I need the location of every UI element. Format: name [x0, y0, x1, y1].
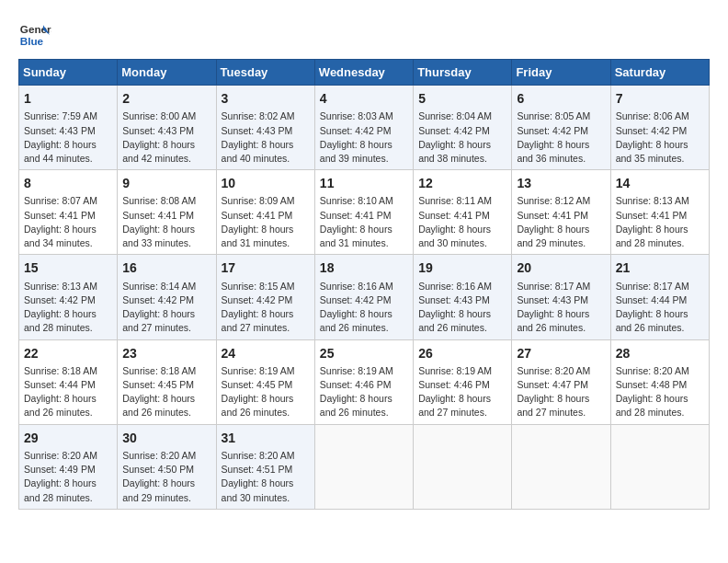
sunset-label: Sunset: 4:42 PM [418, 125, 490, 136]
day-number: 14 [616, 174, 704, 192]
daylight-label: Daylight: 8 hours and 26 minutes. [320, 308, 392, 333]
sunrise-label: Sunrise: 8:13 AM [24, 281, 97, 292]
sunset-label: Sunset: 4:42 PM [616, 125, 688, 136]
sunrise-label: Sunrise: 8:07 AM [24, 195, 97, 206]
day-number: 17 [222, 259, 310, 277]
calendar-cell: 12Sunrise: 8:11 AMSunset: 4:41 PMDayligh… [414, 170, 512, 255]
daylight-label: Daylight: 8 hours and 26 minutes. [418, 308, 491, 333]
sunrise-label: Sunrise: 8:02 AM [222, 110, 295, 121]
sunrise-label: Sunrise: 8:18 AM [24, 365, 97, 376]
day-number: 25 [320, 344, 408, 362]
calendar-cell: 31Sunrise: 8:20 AMSunset: 4:51 PMDayligh… [216, 424, 314, 509]
sunrise-label: Sunrise: 8:10 AM [320, 195, 393, 206]
daylight-label: Daylight: 8 hours and 28 minutes. [24, 308, 97, 333]
day-number: 1 [24, 89, 112, 108]
daylight-label: Daylight: 8 hours and 26 minutes. [616, 308, 688, 333]
day-number: 5 [418, 89, 506, 108]
day-number: 2 [122, 89, 210, 108]
sunset-label: Sunset: 4:48 PM [616, 379, 688, 390]
calendar-cell: 20Sunrise: 8:17 AMSunset: 4:43 PMDayligh… [512, 255, 610, 339]
calendar-cell: 6Sunrise: 8:05 AMSunset: 4:42 PMDaylight… [512, 86, 610, 170]
sunset-label: Sunset: 4:41 PM [320, 210, 392, 221]
calendar-cell: 1Sunrise: 7:59 AMSunset: 4:43 PMDaylight… [19, 86, 118, 170]
day-number: 27 [517, 344, 605, 362]
sunset-label: Sunset: 4:42 PM [222, 294, 293, 305]
day-number: 4 [320, 89, 408, 108]
calendar-cell: 16Sunrise: 8:14 AMSunset: 4:42 PMDayligh… [118, 255, 216, 339]
sunrise-label: Sunrise: 8:16 AM [320, 281, 393, 292]
sunset-label: Sunset: 4:45 PM [122, 379, 194, 390]
day-number: 30 [122, 429, 210, 447]
sunset-label: Sunset: 4:44 PM [24, 379, 96, 390]
calendar-cell: 7Sunrise: 8:06 AMSunset: 4:42 PMDaylight… [610, 86, 709, 170]
day-number: 22 [24, 344, 112, 362]
logo: General Blue [18, 18, 51, 52]
svg-text:Blue: Blue [20, 35, 44, 47]
daylight-label: Daylight: 8 hours and 26 minutes. [320, 393, 392, 418]
calendar-cell: 22Sunrise: 8:18 AMSunset: 4:44 PMDayligh… [19, 339, 118, 424]
sunset-label: Sunset: 4:46 PM [320, 379, 392, 390]
sunset-label: Sunset: 4:43 PM [418, 294, 490, 305]
day-number: 6 [517, 89, 605, 108]
calendar-week-2: 8Sunrise: 8:07 AMSunset: 4:41 PMDaylight… [19, 170, 710, 255]
calendar-week-1: 1Sunrise: 7:59 AMSunset: 4:43 PMDaylight… [19, 86, 710, 170]
day-number: 28 [616, 344, 704, 362]
daylight-label: Daylight: 8 hours and 29 minutes. [517, 224, 589, 248]
calendar-cell [512, 424, 610, 509]
sunset-label: Sunset: 4:41 PM [24, 210, 96, 221]
calendar-cell: 15Sunrise: 8:13 AMSunset: 4:42 PMDayligh… [19, 255, 118, 339]
daylight-label: Daylight: 8 hours and 40 minutes. [222, 139, 294, 164]
sunset-label: Sunset: 4:42 PM [24, 294, 96, 305]
sunrise-label: Sunrise: 8:20 AM [616, 365, 689, 376]
calendar-cell: 10Sunrise: 8:09 AMSunset: 4:41 PMDayligh… [216, 170, 314, 255]
calendar-cell: 26Sunrise: 8:19 AMSunset: 4:46 PMDayligh… [414, 339, 512, 424]
daylight-label: Daylight: 8 hours and 44 minutes. [24, 139, 97, 164]
calendar-cell: 14Sunrise: 8:13 AMSunset: 4:41 PMDayligh… [610, 170, 709, 255]
sunset-label: Sunset: 4:42 PM [320, 125, 392, 136]
sunset-label: Sunset: 4:43 PM [24, 125, 96, 136]
calendar-week-4: 22Sunrise: 8:18 AMSunset: 4:44 PMDayligh… [19, 339, 710, 424]
logo-icon: General Blue [18, 18, 51, 52]
sunset-label: Sunset: 4:45 PM [222, 379, 293, 390]
calendar-table: SundayMondayTuesdayWednesdayThursdayFrid… [18, 59, 710, 510]
calendar-header-row: SundayMondayTuesdayWednesdayThursdayFrid… [19, 60, 710, 86]
daylight-label: Daylight: 8 hours and 28 minutes. [616, 393, 688, 418]
header: General Blue [18, 18, 710, 52]
sunset-label: Sunset: 4:42 PM [122, 294, 194, 305]
calendar-cell: 11Sunrise: 8:10 AMSunset: 4:41 PMDayligh… [314, 170, 413, 255]
calendar-cell: 8Sunrise: 8:07 AMSunset: 4:41 PMDaylight… [19, 170, 118, 255]
calendar-cell: 25Sunrise: 8:19 AMSunset: 4:46 PMDayligh… [314, 339, 413, 424]
calendar-cell: 3Sunrise: 8:02 AMSunset: 4:43 PMDaylight… [216, 86, 314, 170]
header-day-tuesday: Tuesday [216, 60, 314, 86]
header-day-friday: Friday [512, 60, 610, 86]
sunrise-label: Sunrise: 8:05 AM [517, 110, 590, 121]
sunset-label: Sunset: 4:41 PM [517, 210, 588, 221]
day-number: 29 [24, 429, 112, 447]
calendar-cell: 2Sunrise: 8:00 AMSunset: 4:43 PMDaylight… [118, 86, 216, 170]
sunset-label: Sunset: 4:46 PM [418, 379, 490, 390]
day-number: 20 [517, 259, 605, 277]
sunrise-label: Sunrise: 8:20 AM [122, 450, 196, 461]
calendar-cell: 23Sunrise: 8:18 AMSunset: 4:45 PMDayligh… [118, 339, 216, 424]
sunset-label: Sunset: 4:49 PM [24, 464, 96, 475]
calendar-cell [610, 424, 709, 509]
day-number: 23 [122, 344, 210, 362]
sunrise-label: Sunrise: 8:17 AM [616, 281, 689, 292]
sunset-label: Sunset: 4:47 PM [517, 379, 588, 390]
sunrise-label: Sunrise: 8:19 AM [222, 365, 295, 376]
sunrise-label: Sunrise: 8:00 AM [122, 110, 196, 121]
day-number: 13 [517, 174, 605, 192]
daylight-label: Daylight: 8 hours and 28 minutes. [24, 477, 97, 502]
calendar-cell: 19Sunrise: 8:16 AMSunset: 4:43 PMDayligh… [414, 255, 512, 339]
calendar-cell [414, 424, 512, 509]
day-number: 10 [222, 174, 310, 192]
day-number: 24 [222, 344, 310, 362]
calendar-cell: 13Sunrise: 8:12 AMSunset: 4:41 PMDayligh… [512, 170, 610, 255]
sunrise-label: Sunrise: 8:20 AM [517, 365, 590, 376]
daylight-label: Daylight: 8 hours and 33 minutes. [122, 224, 195, 248]
daylight-label: Daylight: 8 hours and 35 minutes. [616, 139, 688, 164]
header-day-wednesday: Wednesday [314, 60, 413, 86]
daylight-label: Daylight: 8 hours and 31 minutes. [222, 224, 294, 248]
daylight-label: Daylight: 8 hours and 26 minutes. [517, 308, 589, 333]
daylight-label: Daylight: 8 hours and 30 minutes. [222, 477, 294, 502]
